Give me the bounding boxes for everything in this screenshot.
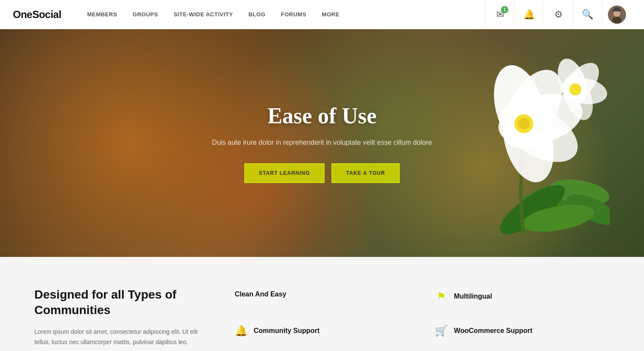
avatar: [608, 6, 626, 24]
nav-item-members[interactable]: MEMBERS: [87, 11, 117, 18]
search-icon: 🔍: [582, 9, 593, 20]
svg-rect-4: [614, 7, 620, 11]
flag-feature-icon: ⚑: [435, 290, 448, 302]
hero-flower-decoration: [429, 38, 610, 235]
feature-woocommerce-label: WooCommerce Support: [454, 327, 532, 335]
nav-item-blog[interactable]: BLOG: [249, 11, 266, 18]
feature-community-label: Community Support: [254, 327, 320, 335]
nav-item-forums[interactable]: FORUMS: [281, 11, 306, 18]
mail-icon-button[interactable]: ✉ 1: [485, 0, 514, 29]
feature-clean: Clean And Easy: [235, 287, 410, 302]
notification-icon-button[interactable]: 🔔: [514, 0, 544, 29]
nav-menu: MEMBERS GROUPS SITE-WIDE ACTIVITY BLOG F…: [87, 11, 485, 18]
user-avatar-button[interactable]: [602, 0, 631, 29]
settings-icon-button[interactable]: ⚙: [544, 0, 573, 29]
features-left-col: Designed for all Types of Communities Lo…: [34, 287, 209, 347]
feature-community: 🔔 Community Support: [235, 321, 410, 340]
hero-subtitle: Duis aute irure dolor in reprehenderit i…: [212, 137, 432, 148]
feature-multilingual-label: Multilingual: [454, 293, 492, 300]
features-section: Designed for all Types of Communities Lo…: [0, 257, 644, 351]
svg-point-16: [518, 118, 530, 130]
navbar-icons: ✉ 1 🔔 ⚙ 🔍: [485, 0, 631, 29]
hero-title: Ease of Use: [212, 103, 432, 128]
nav-item-groups[interactable]: GROUPS: [133, 11, 158, 18]
brand-logo[interactable]: OneSocial: [13, 9, 61, 21]
cart-feature-icon: 🛒: [435, 325, 448, 337]
feature-woocommerce: 🛒 WooCommerce Support: [435, 321, 610, 340]
search-icon-button[interactable]: 🔍: [573, 0, 602, 29]
navbar: OneSocial MEMBERS GROUPS SITE-WIDE ACTIV…: [0, 0, 644, 29]
bell-feature-icon: 🔔: [235, 325, 248, 337]
features-grid: Designed for all Types of Communities Lo…: [34, 287, 610, 347]
feature-clean-label: Clean And Easy: [235, 290, 286, 298]
hero-buttons: START LEARNING TAKE A TOUR: [212, 163, 432, 183]
start-learning-button[interactable]: START LEARNING: [244, 163, 325, 183]
hero-section: Ease of Use Duis aute irure dolor in rep…: [0, 29, 644, 257]
gear-icon: ⚙: [554, 9, 563, 20]
nav-item-more[interactable]: MORE: [322, 11, 340, 18]
svg-point-1: [612, 17, 622, 24]
take-tour-button[interactable]: TAKE A TOUR: [331, 163, 400, 183]
bell-icon: 🔔: [523, 9, 535, 20]
mail-badge: 1: [501, 6, 508, 13]
feature-multilingual: ⚑ Multilingual: [435, 287, 610, 306]
nav-item-sitewide[interactable]: SITE-WIDE ACTIVITY: [173, 11, 233, 18]
section-title: Designed for all Types of Communities: [34, 287, 209, 318]
section-description: Lorem ipsum dolor sit amet, consectetur …: [34, 327, 209, 348]
hero-content: Ease of Use Duis aute irure dolor in rep…: [212, 103, 432, 183]
svg-point-21: [569, 83, 581, 95]
